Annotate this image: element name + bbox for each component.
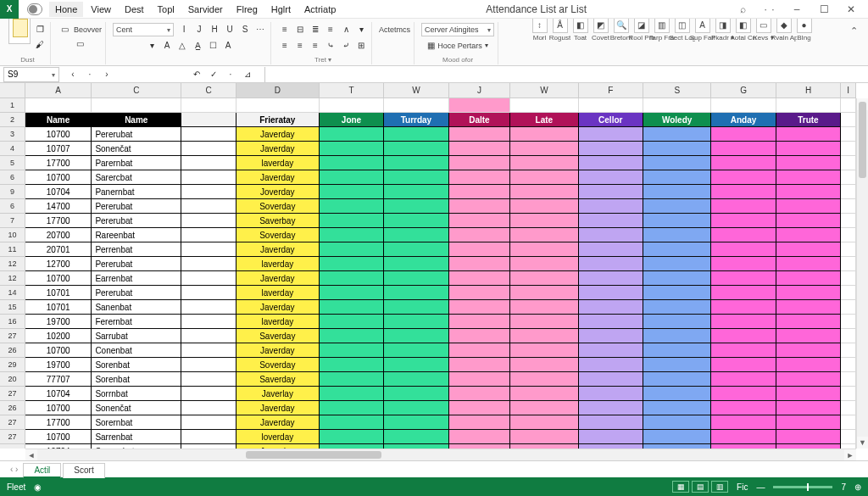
col-header-J[interactable]: J — [449, 83, 511, 98]
cells-area[interactable]: NameNameFrieratayJoneTurrdayDalteLateCel… — [25, 98, 856, 449]
cell[interactable] — [449, 372, 511, 387]
cell[interactable] — [579, 401, 643, 415]
cell[interactable] — [776, 242, 841, 257]
cell[interactable] — [320, 430, 384, 444]
cell[interactable] — [711, 127, 776, 142]
cell[interactable] — [711, 329, 776, 343]
cell[interactable] — [841, 142, 856, 156]
maximize-button[interactable]: ☐ — [812, 0, 836, 19]
cell[interactable]: laverday — [236, 257, 320, 271]
vscroll-thumb[interactable] — [859, 102, 866, 178]
cell[interactable] — [510, 286, 578, 300]
row-header-14[interactable]: 14 — [0, 286, 25, 300]
cell[interactable]: Javerlay — [236, 387, 320, 401]
header-cell-a[interactable]: Name — [25, 113, 92, 127]
fx-btn-0[interactable]: ↶ — [190, 68, 203, 81]
font-btn2-4[interactable]: ☐ — [206, 39, 220, 53]
cell[interactable] — [449, 430, 511, 444]
cell[interactable] — [181, 415, 236, 430]
cell[interactable] — [320, 271, 384, 286]
cell[interactable] — [384, 315, 448, 329]
cell[interactable] — [510, 185, 578, 199]
toat-button[interactable]: ◧Toat — [571, 19, 590, 42]
cell[interactable] — [449, 257, 511, 271]
cell[interactable] — [643, 401, 711, 415]
cell[interactable] — [510, 156, 578, 170]
cell[interactable] — [776, 401, 841, 415]
cell[interactable]: 19700 — [25, 358, 92, 372]
cell[interactable] — [579, 271, 643, 286]
cell[interactable]: laverday — [236, 286, 320, 300]
cell[interactable] — [449, 358, 511, 372]
cell[interactable] — [320, 387, 384, 401]
sheet-tab-scort[interactable]: Scort — [63, 463, 104, 478]
cell[interactable] — [181, 387, 236, 401]
cell[interactable] — [510, 228, 578, 242]
cell[interactable]: 10704 — [25, 387, 92, 401]
cell[interactable] — [320, 156, 384, 170]
cell[interactable] — [510, 199, 578, 214]
cell[interactable] — [449, 228, 511, 242]
scroll-right-icon[interactable]: ► — [844, 449, 856, 460]
cell[interactable] — [320, 343, 384, 358]
cell[interactable] — [236, 98, 320, 113]
cell[interactable] — [643, 372, 711, 387]
cell[interactable]: laverday — [236, 156, 320, 170]
header-cell-g[interactable]: Anday — [711, 113, 776, 127]
cell[interactable] — [841, 214, 856, 228]
cell[interactable]: Sarrenbat — [92, 430, 181, 444]
font-btn2-0[interactable]: ▾ — [145, 39, 159, 53]
cell[interactable] — [579, 315, 643, 329]
col-header-W[interactable]: W — [510, 83, 578, 98]
select-all-corner[interactable] — [0, 83, 25, 98]
col-header-H[interactable]: H — [776, 83, 841, 98]
cell[interactable] — [510, 358, 578, 372]
cell[interactable] — [776, 156, 841, 170]
cell[interactable] — [384, 242, 448, 257]
cell[interactable] — [384, 156, 448, 170]
cell[interactable] — [579, 372, 643, 387]
row-header-26[interactable]: 26 — [0, 343, 25, 358]
align-btn-2[interactable]: ≣ — [309, 23, 322, 36]
cell[interactable]: Sorenbat — [92, 358, 181, 372]
cell[interactable] — [449, 98, 511, 113]
cell[interactable]: Javerday — [236, 242, 320, 257]
cell[interactable] — [841, 199, 856, 214]
cell[interactable] — [711, 214, 776, 228]
overflow-icon[interactable]: · · — [758, 0, 782, 19]
cell[interactable] — [643, 199, 711, 214]
cell[interactable] — [449, 401, 511, 415]
cell[interactable]: 20701 — [25, 242, 92, 257]
cell[interactable] — [320, 142, 384, 156]
cell[interactable] — [711, 156, 776, 170]
align-btn2-2[interactable]: ≡ — [309, 39, 322, 53]
aotal-button[interactable]: ◧Aotal Crncal — [734, 19, 753, 42]
cell[interactable]: Soverday — [236, 199, 320, 214]
cell[interactable] — [384, 415, 448, 430]
menu-hone[interactable]: Hone — [49, 2, 83, 17]
menu-topl[interactable]: Topl — [152, 2, 181, 17]
cell[interactable] — [776, 329, 841, 343]
cell[interactable] — [449, 142, 511, 156]
cell[interactable]: 17700 — [25, 415, 92, 430]
kevs-button[interactable]: ▭Kevs ▾ — [754, 19, 773, 42]
cut-button[interactable]: ✂ — [33, 19, 47, 21]
row-header-29[interactable]: 29 — [0, 358, 25, 372]
align-btn-3[interactable]: ≡ — [324, 23, 337, 36]
cell[interactable]: 17700 — [25, 156, 92, 170]
cell[interactable] — [579, 142, 643, 156]
cell[interactable]: Sarrubat — [92, 329, 181, 343]
col-header-W[interactable]: W — [384, 83, 448, 98]
view-button-2[interactable]: ▥ — [711, 481, 728, 493]
cell[interactable] — [776, 199, 841, 214]
cell[interactable] — [384, 286, 448, 300]
row-header-5[interactable]: 5 — [0, 156, 25, 170]
cell[interactable] — [449, 127, 511, 142]
cell[interactable] — [449, 315, 511, 329]
cell[interactable] — [384, 257, 448, 271]
cell[interactable] — [579, 343, 643, 358]
cell[interactable] — [181, 199, 236, 214]
font-btn2-5[interactable]: A — [221, 39, 235, 53]
cell[interactable] — [181, 343, 236, 358]
cell[interactable] — [510, 242, 578, 257]
